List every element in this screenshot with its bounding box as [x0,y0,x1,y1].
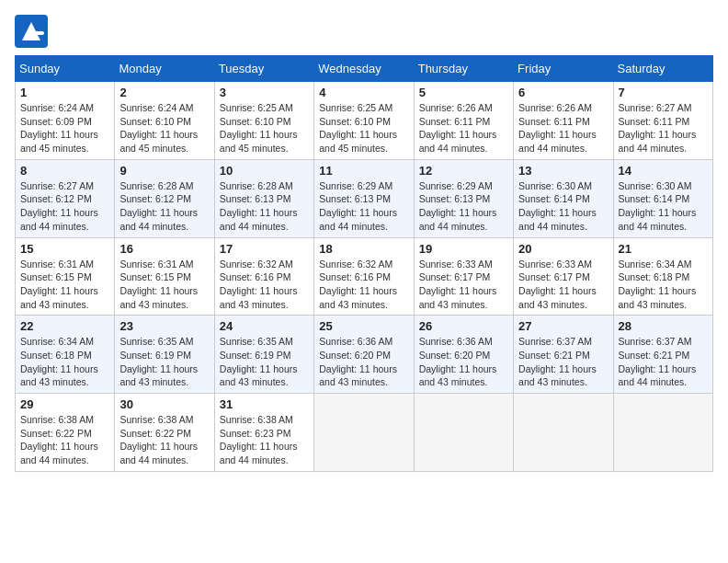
day-info: Sunrise: 6:36 AM Sunset: 6:20 PM Dayligh… [419,335,508,389]
calendar-cell: 25 Sunrise: 6:36 AM Sunset: 6:20 PM Dayl… [314,316,414,394]
day-number: 15 [20,242,109,256]
day-info: Sunrise: 6:32 AM Sunset: 6:16 PM Dayligh… [220,258,309,312]
day-number: 8 [20,164,109,178]
calendar-cell: 14 Sunrise: 6:30 AM Sunset: 6:14 PM Dayl… [613,159,712,237]
calendar-cell: 30 Sunrise: 6:38 AM Sunset: 6:22 PM Dayl… [115,394,214,472]
day-info: Sunrise: 6:34 AM Sunset: 6:18 PM Dayligh… [20,335,109,389]
day-number: 20 [518,242,608,256]
day-number: 25 [319,319,408,333]
calendar-cell: 5 Sunrise: 6:26 AM Sunset: 6:11 PM Dayli… [414,82,513,160]
day-info: Sunrise: 6:31 AM Sunset: 6:15 PM Dayligh… [20,258,109,312]
day-number: 26 [419,319,508,333]
day-number: 12 [419,164,508,178]
day-number: 4 [319,86,408,99]
calendar-week-row: 22 Sunrise: 6:34 AM Sunset: 6:18 PM Dayl… [16,316,713,394]
calendar-cell: 9 Sunrise: 6:28 AM Sunset: 6:12 PM Dayli… [115,159,214,237]
day-number: 2 [119,86,209,99]
day-number: 10 [220,164,309,178]
calendar-cell [414,394,513,472]
calendar-week-row: 8 Sunrise: 6:27 AM Sunset: 6:12 PM Dayli… [16,159,713,237]
column-header-saturday: Saturday [613,56,712,82]
page-header [15,15,713,48]
day-number: 7 [619,86,708,99]
day-info: Sunrise: 6:30 AM Sunset: 6:14 PM Dayligh… [518,179,608,234]
day-info: Sunrise: 6:26 AM Sunset: 6:11 PM Dayligh… [518,101,608,155]
day-info: Sunrise: 6:33 AM Sunset: 6:17 PM Dayligh… [419,258,508,312]
day-number: 14 [619,164,708,178]
day-info: Sunrise: 6:27 AM Sunset: 6:12 PM Dayligh… [20,179,109,234]
calendar-cell: 24 Sunrise: 6:35 AM Sunset: 6:19 PM Dayl… [214,316,313,394]
day-info: Sunrise: 6:35 AM Sunset: 6:19 PM Dayligh… [220,335,309,389]
day-number: 28 [619,319,708,333]
calendar-cell: 28 Sunrise: 6:37 AM Sunset: 6:21 PM Dayl… [613,316,712,394]
calendar-cell: 27 Sunrise: 6:37 AM Sunset: 6:21 PM Dayl… [514,316,613,394]
day-number: 23 [119,319,209,333]
day-number: 6 [518,86,608,99]
calendar-cell: 6 Sunrise: 6:26 AM Sunset: 6:11 PM Dayli… [514,82,613,160]
calendar-cell: 8 Sunrise: 6:27 AM Sunset: 6:12 PM Dayli… [16,159,115,237]
day-info: Sunrise: 6:38 AM Sunset: 6:22 PM Dayligh… [119,413,209,467]
day-number: 29 [20,397,109,411]
calendar-cell: 31 Sunrise: 6:38 AM Sunset: 6:23 PM Dayl… [214,394,313,472]
day-number: 30 [119,397,209,411]
day-info: Sunrise: 6:33 AM Sunset: 6:17 PM Dayligh… [518,258,608,312]
day-info: Sunrise: 6:32 AM Sunset: 6:16 PM Dayligh… [319,258,408,312]
calendar-cell: 16 Sunrise: 6:31 AM Sunset: 6:15 PM Dayl… [115,237,214,316]
calendar-cell [314,394,414,472]
calendar-cell: 3 Sunrise: 6:25 AM Sunset: 6:10 PM Dayli… [214,82,313,160]
day-info: Sunrise: 6:29 AM Sunset: 6:13 PM Dayligh… [319,179,408,234]
calendar-cell: 13 Sunrise: 6:30 AM Sunset: 6:14 PM Dayl… [514,159,613,237]
calendar-cell [514,394,613,472]
day-number: 27 [518,319,608,333]
calendar-cell: 26 Sunrise: 6:36 AM Sunset: 6:20 PM Dayl… [414,316,513,394]
calendar-table: SundayMondayTuesdayWednesdayThursdayFrid… [15,55,713,472]
column-header-thursday: Thursday [414,56,513,82]
calendar-cell: 2 Sunrise: 6:24 AM Sunset: 6:10 PM Dayli… [115,82,214,160]
day-info: Sunrise: 6:25 AM Sunset: 6:10 PM Dayligh… [319,101,408,155]
day-info: Sunrise: 6:34 AM Sunset: 6:18 PM Dayligh… [619,258,708,312]
logo [15,15,51,48]
day-info: Sunrise: 6:24 AM Sunset: 6:10 PM Dayligh… [119,101,209,155]
day-number: 11 [319,164,408,178]
calendar-cell: 11 Sunrise: 6:29 AM Sunset: 6:13 PM Dayl… [314,159,414,237]
day-info: Sunrise: 6:36 AM Sunset: 6:20 PM Dayligh… [319,335,408,389]
column-header-friday: Friday [514,56,613,82]
calendar-cell: 4 Sunrise: 6:25 AM Sunset: 6:10 PM Dayli… [314,82,414,160]
day-number: 21 [619,242,708,256]
day-number: 3 [220,86,309,99]
day-info: Sunrise: 6:37 AM Sunset: 6:21 PM Dayligh… [619,335,708,389]
day-number: 22 [20,319,109,333]
day-number: 13 [518,164,608,178]
logo-icon [15,15,48,48]
day-info: Sunrise: 6:38 AM Sunset: 6:22 PM Dayligh… [20,413,109,467]
calendar-cell [613,394,712,472]
calendar-cell: 21 Sunrise: 6:34 AM Sunset: 6:18 PM Dayl… [613,237,712,316]
calendar-cell: 19 Sunrise: 6:33 AM Sunset: 6:17 PM Dayl… [414,237,513,316]
day-info: Sunrise: 6:30 AM Sunset: 6:14 PM Dayligh… [619,179,708,234]
calendar-cell: 12 Sunrise: 6:29 AM Sunset: 6:13 PM Dayl… [414,159,513,237]
column-header-wednesday: Wednesday [314,56,414,82]
column-header-monday: Monday [115,56,214,82]
calendar-header-row: SundayMondayTuesdayWednesdayThursdayFrid… [16,56,713,82]
column-header-tuesday: Tuesday [214,56,313,82]
day-info: Sunrise: 6:28 AM Sunset: 6:12 PM Dayligh… [119,179,209,234]
calendar-cell: 22 Sunrise: 6:34 AM Sunset: 6:18 PM Dayl… [16,316,115,394]
day-info: Sunrise: 6:27 AM Sunset: 6:11 PM Dayligh… [619,101,708,155]
day-info: Sunrise: 6:25 AM Sunset: 6:10 PM Dayligh… [220,101,309,155]
svg-rect-2 [35,31,44,35]
day-number: 9 [119,164,209,178]
day-number: 17 [220,242,309,256]
calendar-cell: 23 Sunrise: 6:35 AM Sunset: 6:19 PM Dayl… [115,316,214,394]
calendar-cell: 18 Sunrise: 6:32 AM Sunset: 6:16 PM Dayl… [314,237,414,316]
day-number: 16 [119,242,209,256]
day-info: Sunrise: 6:31 AM Sunset: 6:15 PM Dayligh… [119,258,209,312]
day-number: 31 [220,397,309,411]
day-info: Sunrise: 6:24 AM Sunset: 6:09 PM Dayligh… [20,101,109,155]
day-info: Sunrise: 6:26 AM Sunset: 6:11 PM Dayligh… [419,101,508,155]
day-number: 19 [419,242,508,256]
calendar-week-row: 1 Sunrise: 6:24 AM Sunset: 6:09 PM Dayli… [16,82,713,160]
calendar-cell: 10 Sunrise: 6:28 AM Sunset: 6:13 PM Dayl… [214,159,313,237]
day-number: 5 [419,86,508,99]
day-number: 24 [220,319,309,333]
calendar-week-row: 15 Sunrise: 6:31 AM Sunset: 6:15 PM Dayl… [16,237,713,316]
